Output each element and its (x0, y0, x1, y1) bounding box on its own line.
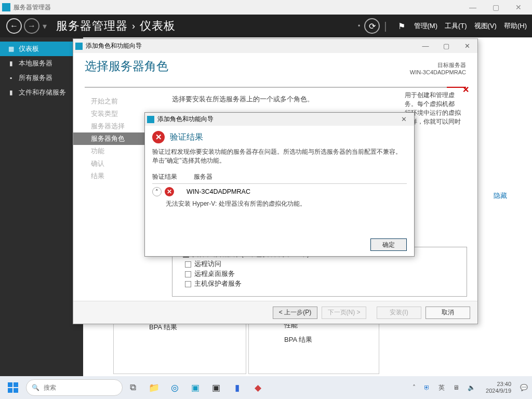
taskbar-terminal[interactable]: ▣ (206, 377, 227, 398)
validation-message: 无法安装 Hyper-V: 处理器没有所需的虚拟化功能。 (152, 197, 407, 208)
arrow-right-icon: → (28, 21, 36, 31)
tray-notifications-icon[interactable]: 💬 (518, 384, 529, 391)
tray-sound-icon[interactable]: 🔈 (466, 384, 477, 391)
menu-tools[interactable]: 工具(T) (445, 21, 467, 31)
taskbar-app1[interactable]: ▮ (227, 377, 247, 398)
search-icon: 🔍 (32, 384, 39, 391)
refresh-icon: ⟳ (369, 21, 376, 31)
app-icon: ◆ (255, 382, 261, 393)
local-server-icon: ▮ (7, 60, 15, 67)
hide-link[interactable]: 隐藏 (494, 191, 507, 201)
dialog-title: 添加角色和功能向导 (157, 115, 214, 124)
dialog-body-text: 验证过程发现你要安装功能的服务器存在问题。所选功能与所选服务器的当前配置不兼容。… (152, 148, 407, 165)
minimize-button[interactable]: — (461, 0, 484, 15)
sidebar-item-all-servers[interactable]: ▪ 所有服务器 (0, 71, 83, 85)
ok-button[interactable]: 确定 (370, 238, 407, 251)
cancel-button[interactable]: 取消 (425, 307, 470, 319)
wizard-title: 添加角色和功能向导 (86, 42, 142, 50)
flag-icon: ⚑ (398, 21, 405, 31)
sidebar-item-file-storage[interactable]: ▮ 文件和存储服务 (0, 85, 83, 100)
wizard-footer: < 上一步(P) 下一页(N) > 安装(I) 取消 (73, 301, 477, 324)
file-storage-icon: ▮ (7, 89, 15, 96)
validation-dialog: 添加角色和功能向导 ✕ ✕ 验证结果 验证过程发现你要安装功能的服务器存在问题。… (144, 112, 415, 257)
window-title: 服务器管理器 (14, 3, 51, 12)
collapse-button[interactable]: ˄ (152, 187, 162, 196)
checkbox-icon[interactable] (185, 261, 191, 268)
dialog-column-headers: 验证结果 服务器 (152, 170, 407, 184)
target-server-name: WIN-3C4DADPMRAC (410, 69, 466, 75)
sidebar-label: 文件和存储服务 (19, 88, 66, 97)
breadcrumb-page: 仪表板 (140, 18, 176, 34)
checkbox-icon[interactable] (185, 281, 191, 287)
tile-row: BPA 结果 (249, 333, 379, 348)
app-icon: ▮ (235, 382, 240, 393)
error-icon: ✕ (152, 131, 165, 143)
sidebar-item-local-server[interactable]: ▮ 本地服务器 (0, 56, 83, 71)
next-button[interactable]: 下一页(N) > (322, 307, 366, 319)
folder-icon: 📁 (149, 382, 159, 393)
dialog-icon (147, 116, 154, 123)
breadcrumb-app: 服务器管理器 (56, 18, 128, 34)
previous-button[interactable]: < 上一步(P) (273, 307, 317, 319)
wizard-titlebar: 添加角色和功能向导 — ▢ ✕ (73, 39, 477, 53)
sidebar-item-dashboard[interactable]: ▦ 仪表板 (0, 42, 83, 56)
wizard-minimize-button[interactable]: — (415, 39, 436, 53)
wizard-maximize-button[interactable]: ▢ (436, 39, 457, 53)
tray-network-icon[interactable]: 🖥 (451, 384, 461, 391)
col-server: 服务器 (194, 172, 212, 181)
sidebar-label: 所有服务器 (19, 73, 52, 83)
nav-back-button[interactable]: ← (6, 18, 22, 34)
clock-date: 2024/9/19 (486, 388, 511, 394)
terminal-icon: ▣ (212, 382, 220, 393)
tray-security-icon[interactable]: ⛨ (422, 384, 432, 391)
clock-time: 23:40 (486, 381, 511, 388)
dashboard-tile-left: BPA 结果 (113, 318, 246, 374)
col-validation-result: 验证结果 (152, 172, 194, 181)
taskbar-search[interactable]: 🔍 搜索 (26, 379, 123, 396)
taskbar-edge[interactable]: ◎ (164, 377, 185, 398)
dashboard-tile-right: 性能 BPA 结果 (248, 318, 379, 374)
server-manager-header: ← → ▾ 服务器管理器 › 仪表板 • ⟳ | ⚑ 管理(M) 工具(T) 视… (0, 15, 532, 37)
wizard-header: 选择服务器角色 目标服务器 WIN-3C4DADPMRAC (73, 53, 477, 91)
notifications-button[interactable]: ⚑ (396, 20, 407, 32)
role-label: 主机保护者服务 (194, 280, 242, 288)
step-before-you-begin[interactable]: 开始之前 (73, 95, 166, 108)
server-manager-icon (2, 3, 10, 11)
dialog-close-button[interactable]: ✕ (393, 113, 414, 126)
wizard-close-button[interactable]: ✕ (457, 39, 477, 53)
role-label: 远程访问 (194, 260, 221, 269)
task-view-button[interactable]: ⧉ (123, 377, 143, 398)
install-button[interactable]: 安装(I) (377, 307, 421, 319)
dialog-heading: 验证结果 (170, 132, 203, 143)
start-button[interactable] (3, 378, 23, 397)
checkbox-icon[interactable] (185, 271, 191, 277)
row-server-name: WIN-3C4DADPMRAC (187, 188, 250, 195)
menu-manage[interactable]: 管理(M) (414, 21, 438, 31)
nav-forward-button[interactable]: → (24, 18, 39, 34)
all-servers-icon: ▪ (7, 74, 15, 82)
windows-logo-icon (8, 382, 18, 393)
menu-view[interactable]: 视图(V) (474, 21, 497, 31)
menu-help[interactable]: 帮助(H) (504, 21, 527, 31)
target-server-label: 目标服务器 (410, 61, 466, 69)
system-tray: ˄ ⛨ 英 🖥 🔈 23:40 2024/9/19 💬 (410, 381, 529, 394)
role-item-remote-desktop[interactable]: 远程桌面服务 (176, 269, 463, 279)
tray-ime[interactable]: 英 (436, 383, 447, 392)
task-view-icon: ⧉ (130, 382, 136, 393)
validation-row: ˄ ✕ WIN-3C4DADPMRAC (152, 184, 407, 197)
wizard-heading: 选择服务器角色 (85, 58, 466, 74)
maximize-button[interactable]: ▢ (484, 0, 507, 15)
tray-clock[interactable]: 23:40 2024/9/19 (486, 381, 511, 394)
role-item-remote-access[interactable]: 远程访问 (176, 259, 463, 269)
refresh-button[interactable]: ⟳ (364, 18, 380, 34)
taskbar: 🔍 搜索 ⧉ 📁 ◎ ▣ ▣ ▮ ◆ ˄ ⛨ 英 🖥 🔈 23:40 2024/… (0, 376, 532, 399)
server-manager-taskbar-icon: ▣ (191, 382, 200, 393)
tray-chevron-icon[interactable]: ˄ (410, 384, 418, 391)
breadcrumb-sep: › (132, 21, 136, 32)
role-item-host-guardian[interactable]: 主机保护者服务 (176, 279, 463, 289)
close-button[interactable]: ✕ (507, 0, 530, 15)
wizard-separator (85, 87, 466, 88)
taskbar-explorer[interactable]: 📁 (143, 377, 164, 398)
taskbar-app2[interactable]: ◆ (247, 377, 268, 398)
taskbar-server-manager[interactable]: ▣ (185, 377, 206, 398)
